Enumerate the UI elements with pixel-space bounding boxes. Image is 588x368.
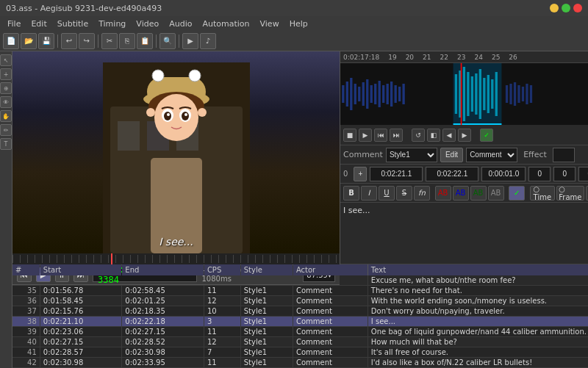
menu-video[interactable]: Video bbox=[132, 16, 163, 31]
cell-start: 0:02:23.06 bbox=[40, 327, 122, 337]
col-end: End bbox=[122, 264, 204, 275]
svg-rect-40 bbox=[463, 67, 465, 121]
svg-rect-21 bbox=[342, 85, 344, 103]
toolbar: 📄 📂 💾 ↩ ↪ ✂ ⎘ 📋 🔍 ▶ ♪ bbox=[0, 31, 588, 51]
time-marker-1: 19 bbox=[388, 54, 396, 61]
commit-btn[interactable]: ✓ bbox=[509, 186, 525, 201]
cell-num: 35 bbox=[12, 286, 40, 296]
audio-commit-btn[interactable]: ✓ bbox=[480, 129, 493, 142]
cell-start: 0:02:21.10 bbox=[40, 317, 122, 327]
audio-loop-btn[interactable]: ↺ bbox=[412, 129, 425, 142]
format-row: B I U S fn AB AB AB AB ✓ ○ Time ○ Frame … bbox=[340, 184, 588, 203]
menu-view[interactable]: View bbox=[256, 16, 284, 31]
style-select[interactable]: Style1 bbox=[386, 148, 437, 162]
audio-play-btn[interactable]: ▶ bbox=[359, 129, 372, 142]
time-marker-5: 23 bbox=[457, 54, 465, 61]
audio-prev-btn[interactable]: ⏮ bbox=[374, 129, 387, 142]
video-btn[interactable]: ▶ bbox=[182, 33, 198, 49]
tool-eye[interactable]: 👁 bbox=[0, 96, 12, 108]
svg-rect-33 bbox=[390, 82, 392, 107]
tool-text[interactable]: T bbox=[0, 138, 12, 150]
audio-stop-btn[interactable]: ■ bbox=[343, 129, 356, 142]
video-timeline[interactable] bbox=[12, 253, 340, 264]
undo-btn[interactable]: ↩ bbox=[61, 33, 77, 49]
waveform[interactable] bbox=[340, 63, 588, 125]
table-row[interactable]: 41 0:02:28.57 0:02:30.98 7 Style1 Commen… bbox=[12, 347, 588, 358]
svg-rect-25 bbox=[358, 87, 360, 101]
cut-btn[interactable]: ✂ bbox=[101, 33, 118, 49]
tool-arrow[interactable]: ↖ bbox=[0, 54, 12, 66]
minimize-btn[interactable] bbox=[550, 4, 559, 12]
comment-select[interactable]: Comment bbox=[466, 148, 517, 162]
table-row[interactable]: 40 0:02:27.15 0:02:28.52 12 Style1 Comme… bbox=[12, 337, 588, 347]
menu-audio[interactable]: Audio bbox=[165, 16, 196, 31]
table-row[interactable]: 39 0:02:23.06 0:02:27.15 11 Style1 Comme… bbox=[12, 327, 588, 337]
table-row[interactable]: 35 0:01:56.78 0:02:58.45 11 Style1 Comme… bbox=[12, 286, 588, 296]
audio-prev-line-btn[interactable]: ◀ bbox=[442, 129, 456, 142]
color3-btn[interactable]: AB bbox=[470, 186, 487, 201]
time-marker-3: 21 bbox=[423, 54, 431, 61]
menu-edit[interactable]: Edit bbox=[26, 16, 51, 31]
window-controls bbox=[550, 4, 582, 12]
find-btn[interactable]: 🔍 bbox=[159, 33, 176, 49]
edit-style-btn[interactable]: Edit bbox=[440, 148, 463, 162]
svg-point-18 bbox=[152, 70, 164, 82]
subtitle-overlay: I see... bbox=[12, 236, 340, 248]
tool-cross[interactable]: + bbox=[0, 68, 12, 80]
menu-subtitle[interactable]: Subtitle bbox=[53, 16, 93, 31]
audio-btn[interactable]: ♪ bbox=[200, 33, 216, 49]
cell-actor: Comment bbox=[293, 327, 368, 337]
close-btn[interactable] bbox=[573, 4, 582, 12]
add-time-btn[interactable]: + bbox=[354, 167, 367, 181]
top-area: I see... ⏮ ▶ ⏸ ⏭ 0:02:21.141 - 3384 bbox=[12, 51, 588, 264]
strike-btn[interactable]: S bbox=[396, 186, 412, 201]
menu-help[interactable]: Help bbox=[285, 16, 312, 31]
redo-btn[interactable]: ↪ bbox=[79, 33, 95, 49]
table-row[interactable]: 38 0:02:21.10 0:02:22.18 3 Style1 Commen… bbox=[12, 317, 588, 327]
cell-cps: 11 bbox=[204, 286, 240, 296]
effect-input[interactable] bbox=[553, 148, 575, 162]
new-btn[interactable]: 📄 bbox=[3, 33, 19, 49]
duration-input[interactable] bbox=[481, 167, 526, 181]
font-btn[interactable]: fn bbox=[414, 186, 430, 201]
table-row[interactable]: 36 0:01:58.45 0:02:01.25 12 Style1 Comme… bbox=[12, 296, 588, 306]
svg-rect-44 bbox=[479, 69, 481, 119]
num1-input[interactable] bbox=[528, 167, 551, 181]
end-time-input[interactable] bbox=[426, 167, 478, 181]
add-row-btn[interactable]: 0 bbox=[343, 170, 348, 178]
svg-rect-36 bbox=[402, 84, 404, 104]
color4-btn[interactable]: AB bbox=[488, 186, 504, 201]
cell-style: Style1 bbox=[240, 347, 293, 358]
menu-automation[interactable]: Automation bbox=[198, 16, 254, 31]
comment-label: Comment bbox=[343, 150, 383, 159]
underline-btn[interactable]: U bbox=[379, 186, 395, 201]
italic-btn[interactable]: I bbox=[361, 186, 377, 201]
paste-btn[interactable]: 📋 bbox=[137, 33, 153, 49]
cell-actor: Comment bbox=[293, 286, 368, 296]
tool-zoom[interactable]: ⊕ bbox=[0, 82, 12, 94]
bold-btn[interactable]: B bbox=[343, 186, 359, 201]
maximize-btn[interactable] bbox=[562, 4, 570, 12]
copy-btn[interactable]: ⎘ bbox=[119, 33, 135, 49]
num3-input[interactable] bbox=[578, 167, 588, 181]
time-marker-7: 25 bbox=[492, 54, 500, 61]
tool-pencil[interactable]: ✏ bbox=[0, 124, 12, 136]
frame-checkbox[interactable]: ○ Frame bbox=[556, 186, 584, 201]
num2-input[interactable] bbox=[553, 167, 576, 181]
table-row[interactable]: 37 0:02:15.76 0:02:18.35 10 Style1 Comme… bbox=[12, 306, 588, 317]
time-marker-6: 24 bbox=[474, 54, 482, 61]
save-btn[interactable]: 💾 bbox=[38, 33, 54, 49]
svg-rect-32 bbox=[387, 84, 389, 104]
start-time-input[interactable] bbox=[370, 167, 423, 181]
menu-file[interactable]: File bbox=[3, 16, 25, 31]
audio-next-line-btn[interactable]: ▶ bbox=[458, 129, 471, 142]
tool-hand[interactable]: ✋ bbox=[0, 110, 12, 122]
open-btn[interactable]: 📂 bbox=[21, 33, 37, 49]
color2-btn[interactable]: AB bbox=[453, 186, 469, 201]
audio-sel-btn[interactable]: ◧ bbox=[427, 129, 440, 142]
time-checkbox[interactable]: ○ Time bbox=[530, 186, 555, 201]
menu-timing[interactable]: Timing bbox=[94, 16, 130, 31]
audio-next-btn[interactable]: ⏭ bbox=[390, 129, 403, 142]
color1-btn[interactable]: AB bbox=[435, 186, 451, 201]
table-row[interactable]: 42 0:02:30.98 0:02:33.95 11 Style1 Comme… bbox=[12, 358, 588, 368]
